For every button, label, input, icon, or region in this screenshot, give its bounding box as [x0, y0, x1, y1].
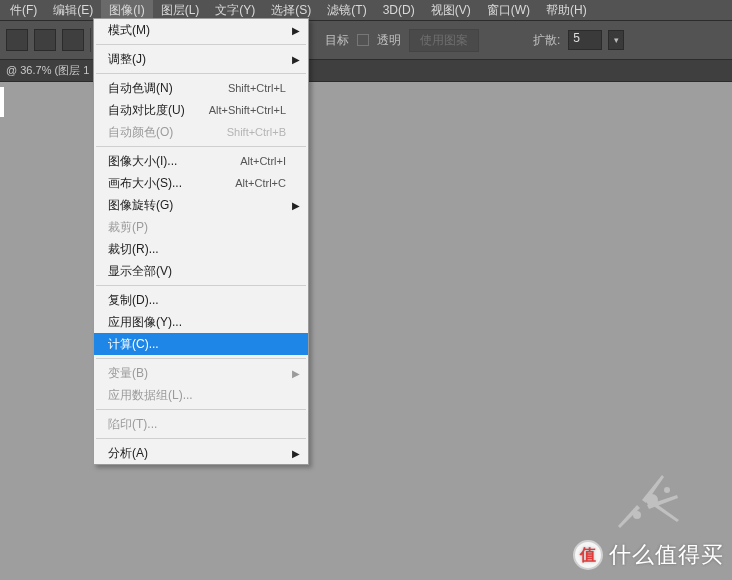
- menu-entry-shortcut: Alt+Ctrl+C: [235, 177, 286, 189]
- menu-entry-shortcut: Shift+Ctrl+B: [227, 126, 286, 138]
- diffusion-dropdown-arrow[interactable]: ▾: [608, 30, 624, 50]
- submenu-arrow-icon: ▶: [292, 448, 300, 459]
- menu-entry[interactable]: 模式(M)▶: [94, 19, 308, 41]
- tool-swatch-2[interactable]: [34, 29, 56, 51]
- menu-item-7[interactable]: 3D(D): [375, 1, 423, 19]
- menu-entry-label: 模式(M): [108, 22, 150, 39]
- menu-entry-label: 自动颜色(O): [108, 124, 173, 141]
- canvas-edge: [0, 87, 4, 117]
- menu-entry-label: 自动对比度(U): [108, 102, 185, 119]
- menu-entry-label: 分析(A): [108, 445, 148, 462]
- diffusion-label: 扩散:: [531, 32, 562, 49]
- menu-entry-shortcut: Alt+Shift+Ctrl+L: [209, 104, 286, 116]
- separator: [90, 28, 91, 52]
- menu-entry[interactable]: 自动色调(N)Shift+Ctrl+L: [94, 77, 308, 99]
- menu-entry-label: 图像旋转(G): [108, 197, 173, 214]
- menu-entry[interactable]: 显示全部(V): [94, 260, 308, 282]
- menu-entry: 裁剪(P): [94, 216, 308, 238]
- submenu-arrow-icon: ▶: [292, 200, 300, 211]
- menu-item-8[interactable]: 视图(V): [423, 0, 479, 21]
- submenu-arrow-icon: ▶: [292, 368, 300, 379]
- menu-entry[interactable]: 应用图像(Y)...: [94, 311, 308, 333]
- tool-swatch-1[interactable]: [6, 29, 28, 51]
- menu-entry-label: 画布大小(S)...: [108, 175, 182, 192]
- menu-entry-label: 自动色调(N): [108, 80, 173, 97]
- menu-entry-label: 应用图像(Y)...: [108, 314, 182, 331]
- diffusion-input[interactable]: 5: [568, 30, 602, 50]
- watermark: 值 什么值得买: [573, 540, 724, 570]
- menu-entry[interactable]: 图像大小(I)...Alt+Ctrl+I: [94, 150, 308, 172]
- menu-entry-label: 计算(C)...: [108, 336, 159, 353]
- menu-entry-label: 陷印(T)...: [108, 416, 157, 433]
- menu-entry[interactable]: 裁切(R)...: [94, 238, 308, 260]
- menu-bar: 件(F)编辑(E)图像(I)图层(L)文字(Y)选择(S)滤镜(T)3D(D)视…: [0, 0, 732, 20]
- menu-entry[interactable]: 自动对比度(U)Alt+Shift+Ctrl+L: [94, 99, 308, 121]
- target-label: 目标: [323, 32, 351, 49]
- menu-entry: 自动颜色(O)Shift+Ctrl+B: [94, 121, 308, 143]
- menu-entry: 陷印(T)...: [94, 413, 308, 435]
- menu-entry[interactable]: 计算(C)...: [94, 333, 308, 355]
- menu-entry-label: 裁剪(P): [108, 219, 148, 236]
- menu-entry-label: 调整(J): [108, 51, 146, 68]
- menu-entry-label: 变量(B): [108, 365, 148, 382]
- menu-entry-shortcut: Alt+Ctrl+I: [240, 155, 286, 167]
- menu-entry[interactable]: 画布大小(S)...Alt+Ctrl+C: [94, 172, 308, 194]
- watermark-badge-icon: 值: [573, 540, 603, 570]
- transparent-checkbox[interactable]: [357, 34, 369, 46]
- menu-item-9[interactable]: 窗口(W): [479, 0, 538, 21]
- submenu-arrow-icon: ▶: [292, 25, 300, 36]
- menu-entry[interactable]: 复制(D)...: [94, 289, 308, 311]
- image-menu-dropdown: 模式(M)▶调整(J)▶自动色调(N)Shift+Ctrl+L自动对比度(U)A…: [93, 18, 309, 465]
- menu-entry-label: 应用数据组(L)...: [108, 387, 193, 404]
- menu-entry[interactable]: 调整(J)▶: [94, 48, 308, 70]
- document-title: @ 36.7% (图层 1: [6, 63, 89, 78]
- menu-item-0[interactable]: 件(F): [2, 0, 45, 21]
- tool-swatch-3[interactable]: [62, 29, 84, 51]
- watermark-text: 什么值得买: [609, 540, 724, 570]
- menu-item-10[interactable]: 帮助(H): [538, 0, 595, 21]
- menu-entry-label: 复制(D)...: [108, 292, 159, 309]
- menu-entry-label: 裁切(R)...: [108, 241, 159, 258]
- menu-entry[interactable]: 分析(A)▶: [94, 442, 308, 464]
- menu-entry[interactable]: 图像旋转(G)▶: [94, 194, 308, 216]
- submenu-arrow-icon: ▶: [292, 54, 300, 65]
- menu-entry-label: 显示全部(V): [108, 263, 172, 280]
- use-pattern-button: 使用图案: [409, 29, 479, 52]
- menu-entry-label: 图像大小(I)...: [108, 153, 177, 170]
- menu-item-6[interactable]: 滤镜(T): [319, 0, 374, 21]
- transparent-label: 透明: [375, 32, 403, 49]
- menu-entry: 应用数据组(L)...: [94, 384, 308, 406]
- menu-entry: 变量(B)▶: [94, 362, 308, 384]
- menu-entry-shortcut: Shift+Ctrl+L: [228, 82, 286, 94]
